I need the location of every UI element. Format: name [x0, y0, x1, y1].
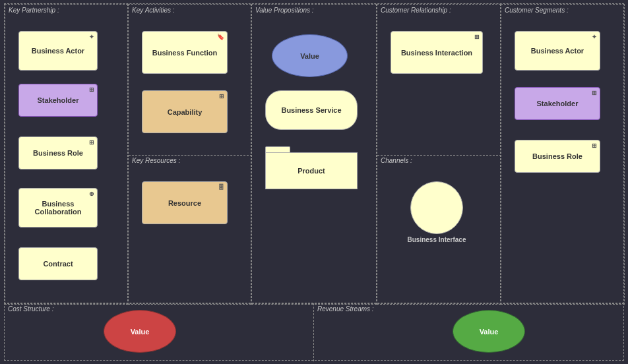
element-business-service[interactable]: Business Service — [265, 90, 358, 130]
element-business-collaboration[interactable]: ⊕ BusinessCollaboration — [18, 188, 98, 228]
element-business-actor-1[interactable]: ✦ Business Actor — [18, 31, 98, 71]
element-product[interactable]: Product — [265, 146, 358, 189]
element-value-oval[interactable]: Value — [272, 34, 348, 77]
section-label-channels: Channels : — [381, 157, 412, 164]
section-label-key-activities: Key Activities : — [132, 7, 175, 14]
element-business-interaction[interactable]: ⊞ Business Interaction — [391, 31, 483, 74]
toggle-icon-1: ⊞ — [89, 86, 94, 93]
bottom-row: Cost Structure : Value Revenue Streams :… — [4, 303, 624, 361]
element-business-interface[interactable]: Business Interface — [400, 181, 473, 237]
section-customer-segments: Customer Segments : ✦ Business Actor ⊞ S… — [501, 4, 625, 305]
element-business-role-1[interactable]: ⊞ Business Role — [18, 136, 98, 169]
section-customer-relationship: Customer Relationship : ⊞ Business Inter… — [377, 4, 501, 305]
section-label-customer-relationship: Customer Relationship : — [381, 7, 451, 14]
section-label-cost-structure: Cost Structure : — [8, 305, 53, 313]
section-label-customer-segments: Customer Segments : — [505, 7, 569, 14]
canvas: Key Partnership : ✦ Business Actor ⊞ Sta… — [0, 0, 628, 364]
section-key-partnership: Key Partnership : ✦ Business Actor ⊞ Sta… — [5, 4, 128, 305]
element-business-actor-2[interactable]: ✦ Business Actor — [515, 31, 600, 71]
element-contract[interactable]: Contract — [18, 247, 98, 280]
toggle-icon-3: ⊞ — [474, 34, 480, 40]
section-label-revenue-streams: Revenue Streams : — [317, 305, 374, 313]
element-stakeholder-1[interactable]: ⊞ Stakeholder — [18, 84, 98, 117]
element-value-red[interactable]: Value — [104, 310, 176, 353]
person-icon-2: ✦ — [592, 34, 597, 40]
person-icon-1: ✦ — [89, 34, 94, 40]
db-icon: 🗄 — [218, 184, 224, 191]
divider-key-resources — [129, 155, 252, 156]
toggle-icon-4: ⊞ — [592, 90, 597, 96]
link-icon: ⊕ — [89, 191, 94, 197]
element-value-green[interactable]: Value — [453, 310, 525, 353]
element-capability[interactable]: ⊞ Capability — [142, 90, 228, 133]
section-label-key-resources: Key Resources : — [132, 157, 180, 164]
element-stakeholder-2[interactable]: ⊞ Stakeholder — [515, 87, 600, 120]
toggle-icon-5: ⊞ — [592, 142, 597, 149]
element-resource[interactable]: 🗄 Resource — [142, 181, 228, 224]
toggle-icon-2: ⊞ — [89, 139, 94, 146]
section-cost-structure: Cost Structure : Value — [5, 303, 314, 361]
grid-icon: ⊞ — [219, 93, 224, 100]
bookmark-icon: 🔖 — [217, 34, 224, 40]
element-business-role-2[interactable]: ⊞ Business Role — [515, 140, 600, 173]
section-label-value-propositions: Value Propositions : — [255, 7, 314, 14]
section-label-key-partnership: Key Partnership : — [9, 7, 59, 14]
section-key-activities: Key Activities : 🔖 Business Function ⊞ C… — [128, 4, 251, 305]
section-revenue-streams: Revenue Streams : Value — [314, 303, 623, 361]
section-value-propositions: Value Propositions : Value Business Serv… — [251, 4, 377, 305]
main-grid: Key Partnership : ✦ Business Actor ⊞ Sta… — [4, 3, 624, 304]
divider-channels — [377, 155, 501, 156]
element-business-function[interactable]: 🔖 Business Function — [142, 31, 228, 74]
